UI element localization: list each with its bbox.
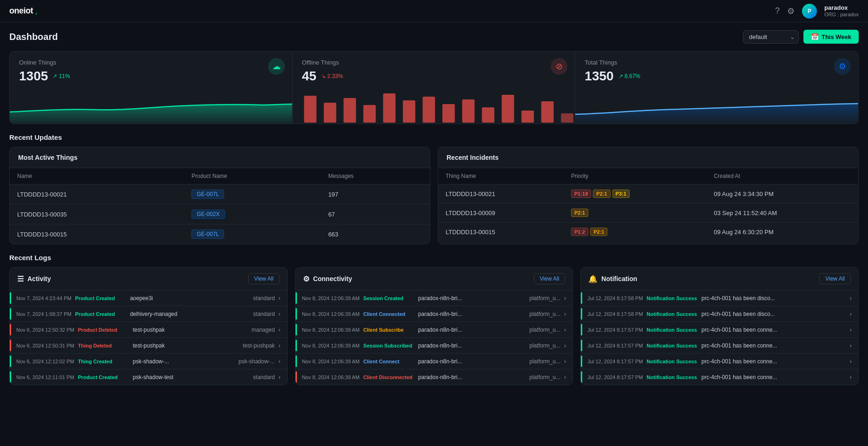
log-row: Nov 6, 2024 12:50:32 PM Product Deleted …	[10, 322, 287, 338]
log-arrow[interactable]: ›	[278, 310, 280, 317]
notification-log-panel: 🔔 Notification View All Jul 12, 2024 8:1…	[580, 267, 859, 385]
incident-priority: P2:1	[564, 203, 706, 223]
log-arrow[interactable]: ›	[278, 342, 280, 349]
connectivity-log-header: ⚙ Connectivity View All	[296, 268, 573, 290]
log-arrow[interactable]: ›	[850, 326, 852, 333]
activity-view-all-button[interactable]: View All	[248, 273, 280, 284]
logs-grid: ☰ Activity View All Nov 7, 2024 4:23:44 …	[9, 267, 859, 385]
online-chart	[10, 91, 292, 124]
stat-icon-online: ☁	[268, 58, 285, 75]
log-arrow[interactable]: ›	[850, 295, 852, 302]
log-event: Client Connected	[363, 311, 414, 317]
log-arrow[interactable]: ›	[278, 358, 280, 365]
recent-incidents-header: Recent Incidents	[438, 147, 858, 168]
log-arrow[interactable]: ›	[278, 295, 280, 302]
stat-change-online: ↗ 11%	[53, 73, 70, 79]
log-time: Nov 8, 2024 12:06:39 AM	[302, 374, 360, 380]
log-bar	[296, 340, 297, 351]
most-active-table: Name Product Name Messages LTDDDD13-0002…	[10, 168, 430, 244]
default-dropdown[interactable]: default	[743, 30, 799, 44]
log-arrow[interactable]: ›	[850, 358, 852, 365]
log-bar	[296, 355, 297, 367]
log-arrow[interactable]: ›	[564, 358, 566, 365]
connectivity-log-title: ⚙ Connectivity	[303, 275, 352, 283]
log-event: Product Deleted	[78, 327, 129, 333]
log-message: prc-4ch-001 has been conne...	[702, 342, 846, 349]
log-event: Notification Success	[647, 374, 698, 380]
col-name: Name	[10, 168, 184, 184]
log-time: Nov 8, 2024 12:06:39 AM	[302, 343, 360, 348]
col-product: Product Name	[184, 168, 321, 184]
log-event: Session Subscribed	[363, 343, 414, 348]
log-arrow[interactable]: ›	[564, 342, 566, 349]
log-name: paradox-n8n-bri...	[418, 295, 525, 302]
log-message: prc-4ch-001 has been conne...	[702, 374, 846, 380]
recent-updates-title: Recent Updates	[9, 133, 859, 141]
most-active-panel: Most Active Things Name Product Name Mes…	[9, 147, 430, 244]
log-arrow[interactable]: ›	[850, 374, 852, 380]
log-arrow[interactable]: ›	[278, 326, 280, 333]
log-arrow[interactable]: ›	[564, 295, 566, 302]
this-week-button[interactable]: 📅 This Week	[803, 30, 859, 44]
notification-view-all-button[interactable]: View All	[819, 273, 851, 284]
log-time: Jul 12, 2024 8:17:57 PM	[587, 327, 643, 333]
log-event: Product Created	[75, 311, 126, 317]
log-row: Nov 6, 2024 12:12:02 PM Thing Created ps…	[10, 354, 287, 369]
log-event: Notification Success	[647, 311, 698, 317]
thing-name: LTDDDD13-00035	[10, 204, 184, 224]
logo[interactable]: oneiot.	[9, 6, 38, 16]
log-message: prc-4ch-001 has been conne...	[702, 358, 846, 365]
log-time: Jul 12, 2024 8:17:58 PM	[587, 311, 643, 317]
svg-rect-1	[324, 103, 336, 123]
log-name: paradox-n8n-bri...	[418, 311, 525, 317]
log-name: psk-shadow-test	[133, 374, 249, 380]
log-extra: platform_u...	[529, 295, 560, 302]
log-arrow[interactable]: ›	[850, 310, 852, 317]
stat-card-offline: Offline Things 45 ↘ 2.33% ⊘	[293, 52, 576, 124]
col-messages: Messages	[321, 168, 430, 184]
this-week-label: This Week	[822, 33, 851, 40]
thing-name: LTDDDD13-00021	[10, 184, 184, 204]
log-arrow[interactable]: ›	[564, 310, 566, 317]
table-row: LTDDDD13-00021 P1:18 P2:1 P3:1 09 Aug 24…	[438, 184, 858, 203]
log-name: paradox-n8n-bri...	[418, 342, 525, 349]
log-event: Client Subscribe	[363, 327, 414, 333]
svg-rect-3	[363, 105, 376, 123]
recent-incidents-panel: Recent Incidents Thing Name Priority Cre…	[438, 147, 859, 244]
log-time: Nov 8, 2024 12:06:39 AM	[302, 327, 360, 333]
table-row: LTDDDD13-00015 P1:2 P2:1 09 Aug 24 6:30:…	[438, 223, 858, 242]
log-arrow[interactable]: ›	[278, 374, 280, 380]
log-row: Jul 12, 2024 8:17:58 PM Notification Suc…	[581, 290, 858, 306]
log-arrow[interactable]: ›	[564, 374, 566, 380]
log-row: Jul 12, 2024 8:17:58 PM Notification Suc…	[581, 306, 858, 322]
dashboard-controls: default 📅 This Week	[743, 30, 859, 44]
connectivity-view-all-button[interactable]: View All	[534, 273, 566, 284]
incident-created-at: 03 Sep 24 11:52:40 AM	[706, 203, 858, 223]
help-icon[interactable]: ?	[775, 6, 780, 16]
log-bar	[581, 340, 582, 351]
log-message: prc-4ch-001 has been disco...	[702, 295, 846, 302]
stat-number-offline: 45	[302, 69, 316, 84]
log-time: Nov 6, 2024 12:50:32 PM	[16, 327, 74, 333]
log-event: Thing Created	[78, 359, 129, 364]
log-arrow[interactable]: ›	[564, 326, 566, 333]
settings-icon[interactable]: ⚙	[787, 6, 795, 16]
log-message: prc-4ch-001 has been disco...	[702, 311, 846, 317]
log-arrow[interactable]: ›	[850, 342, 852, 349]
main-content: Dashboard default 📅 This Week Online Thi…	[0, 22, 868, 393]
stat-label-offline: Offline Things	[302, 59, 566, 66]
incident-thing-name: LTDDDD13-00015	[438, 223, 564, 242]
log-event: Thing Deleted	[78, 343, 129, 348]
stat-change-offline: ↘ 2.33%	[321, 73, 343, 79]
log-row: Nov 7, 2024 1:08:37 PM Product Created d…	[10, 306, 287, 322]
col-created-at: Created At	[706, 168, 858, 184]
calendar-icon: 📅	[811, 33, 819, 40]
log-extra: psk-shadow-...	[238, 358, 275, 365]
activity-log-rows: Nov 7, 2024 4:23:44 PM Product Created a…	[10, 290, 287, 385]
log-extra: platform_u...	[529, 327, 560, 333]
recent-incidents-table: Thing Name Priority Created At LTDDDD13-…	[438, 168, 858, 241]
avatar[interactable]: P	[802, 4, 817, 19]
log-row: Nov 8, 2024 12:06:39 AM Client Connect p…	[296, 354, 573, 369]
header: oneiot. ? ⚙ P paradox ORG : paradox	[0, 0, 868, 22]
svg-rect-12	[541, 101, 553, 123]
